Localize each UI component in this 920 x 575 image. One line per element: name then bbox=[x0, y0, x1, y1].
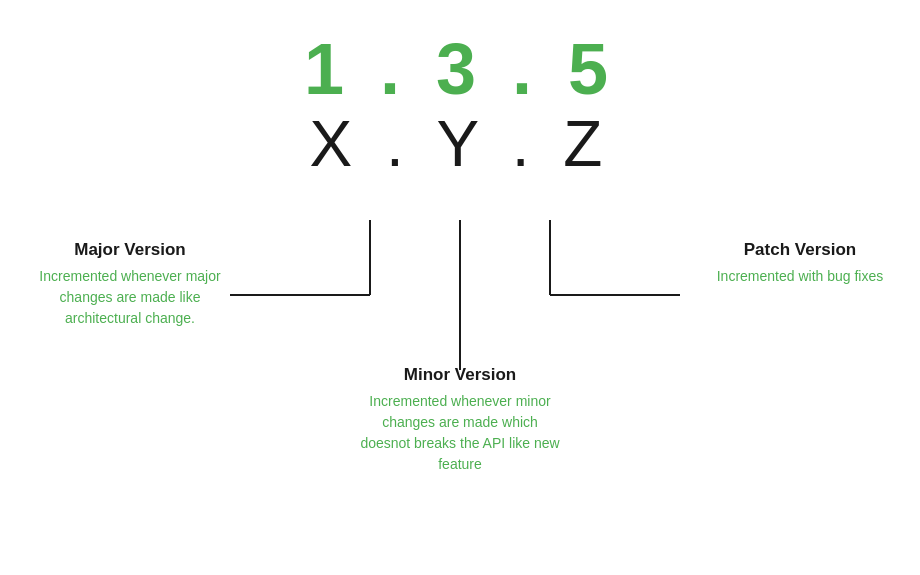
major-version-desc: Incremented whenever major changes are m… bbox=[30, 266, 230, 329]
minor-version-desc: Incremented whenever minor changes are m… bbox=[360, 391, 560, 475]
minor-version-panel: Minor Version Incremented whenever minor… bbox=[360, 365, 560, 475]
minor-version-title: Minor Version bbox=[360, 365, 560, 385]
major-version-panel: Major Version Incremented whenever major… bbox=[30, 240, 230, 329]
patch-version-panel: Patch Version Incremented with bug fixes bbox=[710, 240, 890, 287]
version-number: 1 . 3 . 5 bbox=[304, 30, 616, 109]
major-version-title: Major Version bbox=[30, 240, 230, 260]
patch-version-title: Patch Version bbox=[710, 240, 890, 260]
patch-version-desc: Incremented with bug fixes bbox=[710, 266, 890, 287]
version-display: 1 . 3 . 5 X . Y . Z bbox=[304, 30, 616, 180]
version-xyz: X . Y . Z bbox=[304, 109, 616, 179]
